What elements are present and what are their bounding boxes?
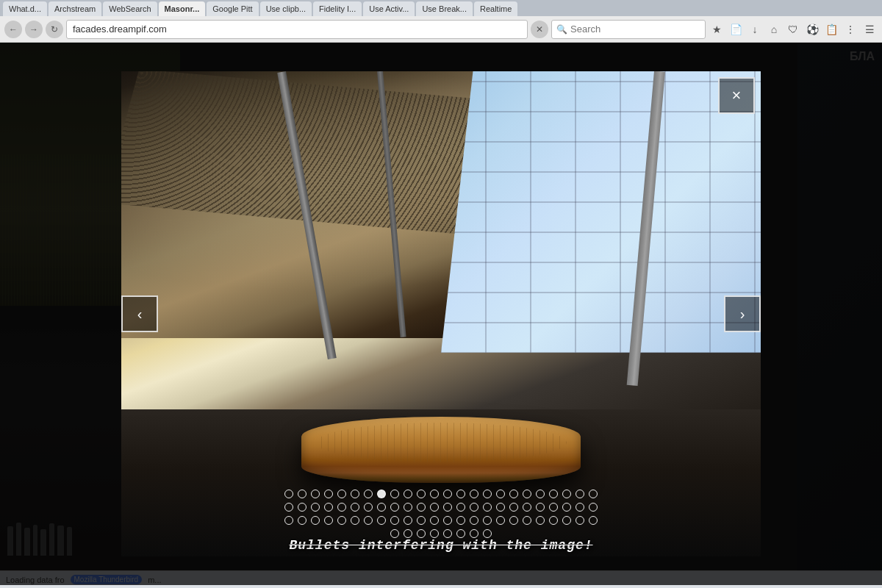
bullet-1-12[interactable] bbox=[430, 490, 439, 498]
bullet-1-22[interactable] bbox=[562, 490, 571, 498]
bullet-3-2[interactable] bbox=[298, 516, 306, 525]
bullet-2-2[interactable] bbox=[298, 503, 306, 512]
bullet-1-3[interactable] bbox=[311, 490, 320, 498]
bullet-2-18[interactable] bbox=[509, 503, 518, 512]
prev-arrow-button[interactable]: ‹ bbox=[121, 295, 158, 332]
tab-9[interactable]: Use Break... bbox=[416, 1, 473, 16]
bullet-2-12[interactable] bbox=[430, 503, 439, 512]
bullet-1-2[interactable] bbox=[298, 490, 306, 498]
bullet-1-14[interactable] bbox=[456, 490, 465, 498]
bullet-1-6[interactable] bbox=[351, 490, 359, 498]
history-icon[interactable]: 📄 bbox=[728, 21, 744, 37]
bullet-3-4[interactable] bbox=[324, 516, 333, 525]
bullet-1-7[interactable] bbox=[364, 490, 373, 498]
bullet-1-19[interactable] bbox=[523, 490, 531, 498]
lightbox-close-button[interactable]: × bbox=[718, 77, 755, 114]
bullet-3-24[interactable] bbox=[589, 516, 598, 525]
bullet-2-7[interactable] bbox=[364, 503, 373, 512]
bullet-3-21[interactable] bbox=[549, 516, 558, 525]
bullet-3-1[interactable] bbox=[284, 516, 293, 525]
bullet-3-9[interactable] bbox=[390, 516, 399, 525]
bullet-3-11[interactable] bbox=[417, 516, 426, 525]
back-button[interactable]: ← bbox=[4, 21, 22, 38]
bullet-2-20[interactable] bbox=[536, 503, 545, 512]
bullet-3-14[interactable] bbox=[456, 516, 465, 525]
tab-6[interactable]: Use clipb... bbox=[260, 1, 312, 16]
bullet-3-3[interactable] bbox=[311, 516, 320, 525]
tab-7[interactable]: Fidelity I... bbox=[313, 1, 362, 16]
bullet-1-23[interactable] bbox=[576, 490, 584, 498]
bullet-3-5[interactable] bbox=[337, 516, 346, 525]
tab-10[interactable]: Realtime bbox=[474, 1, 517, 16]
tab-3[interactable]: WebSearch bbox=[103, 1, 157, 16]
download-icon[interactable]: ↓ bbox=[747, 21, 763, 37]
clipboard-icon[interactable]: 📋 bbox=[823, 21, 839, 37]
bullet-3-17[interactable] bbox=[496, 516, 505, 525]
bullet-3-16[interactable] bbox=[483, 516, 492, 525]
bullet-1-1[interactable] bbox=[284, 490, 293, 498]
more-icon[interactable]: ⋮ bbox=[842, 21, 858, 37]
bullet-3-20[interactable] bbox=[536, 516, 545, 525]
bullet-1-20[interactable] bbox=[536, 490, 545, 498]
home-icon[interactable]: ⌂ bbox=[766, 21, 782, 37]
bullet-4-6[interactable] bbox=[456, 529, 465, 538]
bullet-3-10[interactable] bbox=[404, 516, 412, 525]
bullet-2-6[interactable] bbox=[351, 503, 359, 512]
bullet-1-16[interactable] bbox=[483, 490, 492, 498]
bullet-2-3[interactable] bbox=[311, 503, 320, 512]
address-bar[interactable]: facades.dreampif.com bbox=[66, 20, 528, 39]
tab-5[interactable]: Google Pitt bbox=[207, 1, 258, 16]
bullet-3-8[interactable] bbox=[377, 516, 386, 525]
bullet-1-10[interactable] bbox=[404, 490, 412, 498]
bullet-1-8[interactable] bbox=[377, 490, 386, 498]
bullet-2-23[interactable] bbox=[576, 503, 584, 512]
bullet-3-13[interactable] bbox=[443, 516, 452, 525]
bullet-2-13[interactable] bbox=[443, 503, 452, 512]
privacy-icon[interactable]: 🛡 bbox=[785, 21, 801, 37]
bullet-2-11[interactable] bbox=[417, 503, 426, 512]
bullet-2-1[interactable] bbox=[284, 503, 293, 512]
bullet-3-12[interactable] bbox=[430, 516, 439, 525]
menu-icon[interactable]: ☰ bbox=[861, 21, 878, 37]
bullet-2-9[interactable] bbox=[390, 503, 399, 512]
bullet-2-17[interactable] bbox=[496, 503, 505, 512]
search-input[interactable] bbox=[570, 24, 688, 35]
bullet-1-15[interactable] bbox=[470, 490, 478, 498]
bullet-4-3[interactable] bbox=[417, 529, 426, 538]
bullet-1-17[interactable] bbox=[496, 490, 505, 498]
bullet-4-2[interactable] bbox=[404, 529, 412, 538]
bullet-1-5[interactable] bbox=[337, 490, 346, 498]
extensions-icon[interactable]: ⚽ bbox=[804, 21, 820, 37]
bullet-3-6[interactable] bbox=[351, 516, 359, 525]
bullet-2-4[interactable] bbox=[324, 503, 333, 512]
bullet-1-11[interactable] bbox=[417, 490, 426, 498]
close-tab-nav-button[interactable]: ✕ bbox=[531, 21, 548, 38]
bullet-4-4[interactable] bbox=[430, 529, 439, 538]
bullet-4-5[interactable] bbox=[443, 529, 452, 538]
tab-8[interactable]: Use Activ... bbox=[363, 1, 415, 16]
bullet-3-15[interactable] bbox=[470, 516, 478, 525]
bullet-1-13[interactable] bbox=[443, 490, 452, 498]
bullet-2-24[interactable] bbox=[589, 503, 598, 512]
bullet-2-10[interactable] bbox=[404, 503, 412, 512]
bullet-1-21[interactable] bbox=[549, 490, 558, 498]
bullet-1-24[interactable] bbox=[589, 490, 598, 498]
bullet-2-19[interactable] bbox=[523, 503, 531, 512]
next-arrow-button[interactable]: › bbox=[724, 295, 761, 332]
bullet-3-19[interactable] bbox=[523, 516, 531, 525]
bullet-2-5[interactable] bbox=[337, 503, 346, 512]
bullet-3-23[interactable] bbox=[576, 516, 584, 525]
bullet-4-8[interactable] bbox=[483, 529, 492, 538]
bookmark-icon[interactable]: ★ bbox=[709, 21, 725, 37]
bullet-3-22[interactable] bbox=[562, 516, 571, 525]
reload-button[interactable]: ↻ bbox=[46, 21, 63, 38]
forward-button[interactable]: → bbox=[25, 21, 43, 38]
bullet-3-7[interactable] bbox=[364, 516, 373, 525]
bullet-3-18[interactable] bbox=[509, 516, 518, 525]
bullet-1-18[interactable] bbox=[509, 490, 518, 498]
bullet-1-9[interactable] bbox=[390, 490, 399, 498]
bullet-2-14[interactable] bbox=[456, 503, 465, 512]
bullet-2-21[interactable] bbox=[549, 503, 558, 512]
bullet-2-22[interactable] bbox=[562, 503, 571, 512]
bullet-2-8[interactable] bbox=[377, 503, 386, 512]
